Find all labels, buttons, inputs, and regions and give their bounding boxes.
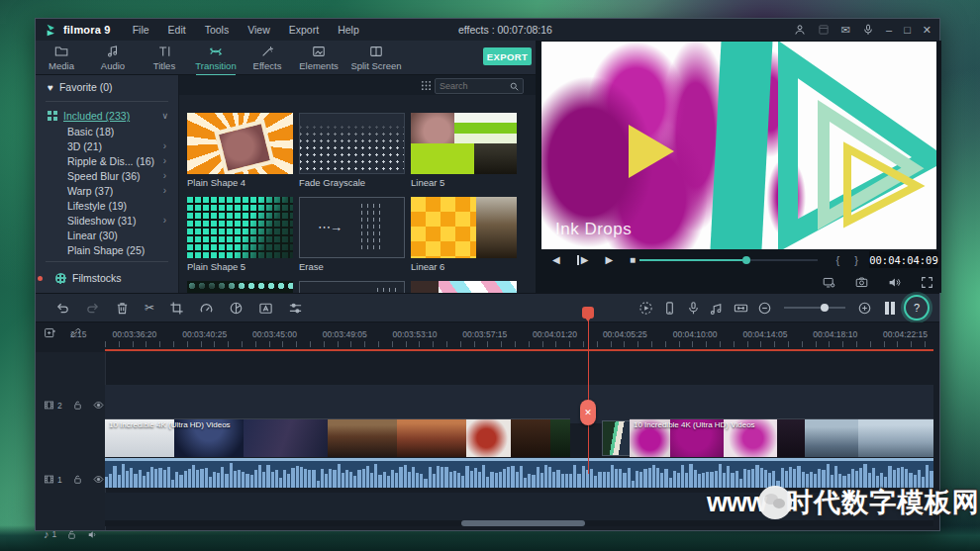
sidebar-item-warp[interactable]: Warp (37)› [36, 183, 178, 198]
transition-card-linear-6[interactable]: Linear 6 [411, 197, 517, 272]
mark-in-out-buttons[interactable]: { } [836, 254, 864, 266]
transition-card-partial-1[interactable] [187, 281, 293, 293]
time-ruler[interactable]: 2:15 00:03:36:20 00:03:40:25 00:03:45:00… [70, 329, 928, 339]
menu-tools[interactable]: Tools [205, 24, 230, 36]
tab-effects[interactable]: Effects [242, 45, 293, 71]
search-box[interactable] [435, 78, 524, 94]
tab-audio[interactable]: Audio [87, 45, 139, 71]
transition-card-fade-grayscale[interactable]: Fade Grayscale [299, 113, 405, 188]
maximize-button[interactable]: □ [904, 24, 911, 36]
seek-slider[interactable] [639, 259, 818, 261]
sidebar-item-lifestyle[interactable]: Lifestyle (19) [36, 198, 178, 213]
sidebar-item-filmstocks[interactable]: Filmstocks [36, 266, 178, 290]
delete-icon[interactable] [115, 301, 130, 316]
display-settings-icon[interactable] [823, 276, 835, 289]
tab-titles[interactable]: Titles [139, 45, 190, 71]
lock-icon[interactable] [66, 529, 77, 540]
lock-icon[interactable] [72, 474, 83, 485]
tab-transition[interactable]: Transition [190, 45, 242, 71]
timeline-horizontal-scrollbar[interactable] [105, 520, 933, 526]
split-scissors-icon[interactable]: ✂ [145, 301, 154, 315]
eye-icon[interactable] [93, 400, 104, 411]
phone-icon[interactable] [662, 301, 677, 316]
sidebar-item-favorite[interactable]: ♥ Favorite (0) [36, 75, 178, 97]
playhead[interactable]: ✕ [588, 316, 589, 474]
zoom-in-icon[interactable] [857, 301, 872, 316]
eye-icon[interactable] [93, 474, 104, 485]
sidebar-item-ripple[interactable]: Ripple & Dis... (16)› [36, 153, 178, 168]
sidebar-item-included[interactable]: Included (233) ∨ [36, 106, 178, 124]
export-button[interactable]: EXPORT [483, 47, 532, 65]
search-icon[interactable] [510, 82, 519, 91]
zoom-out-icon[interactable] [757, 301, 772, 316]
lock-icon[interactable] [72, 400, 83, 411]
sidebar-item-3d[interactable]: 3D (21)› [36, 138, 178, 153]
feedback-mail-icon[interactable]: ✉ [841, 24, 850, 36]
next-frame-button[interactable]: ▶ [577, 255, 589, 265]
sidebar-item-slideshow[interactable]: Slideshow (31)› [36, 213, 178, 228]
previous-frame-button[interactable]: ◀ [552, 255, 560, 265]
media-tab-bar: Media Audio Titles Transition Effects El… [36, 41, 536, 75]
audio-mixer-icon[interactable] [710, 301, 725, 316]
redo-icon[interactable] [85, 301, 100, 316]
video-clip-1[interactable]: 10 Incredible 4K (Ultra HD) Videos [105, 418, 570, 457]
transition-thumbnail [411, 281, 517, 293]
transition-card-plain-shape-4[interactable]: Plain Shape 4 [187, 113, 293, 188]
speaker-icon[interactable] [87, 529, 98, 540]
transition-card-partial-2[interactable]: ⋯→ [299, 281, 405, 293]
playhead-pin[interactable] [582, 307, 594, 319]
menu-export[interactable]: Export [289, 24, 319, 36]
tab-elements[interactable]: Elements [293, 45, 344, 71]
menu-file[interactable]: File [133, 24, 149, 36]
chevron-down-icon[interactable]: ∨ [161, 111, 168, 121]
transition-card-plain-shape-5[interactable]: Plain Shape 5 [187, 197, 293, 272]
chevron-right-icon: › [163, 140, 166, 151]
render-preview-icon[interactable] [638, 301, 653, 316]
tab-media[interactable]: Media [36, 45, 87, 71]
undo-icon[interactable] [55, 301, 70, 316]
sidebar-item-basic[interactable]: Basic (18) [36, 124, 178, 138]
add-marker-icon[interactable] [44, 326, 56, 339]
timeline-zoom-slider[interactable] [784, 307, 845, 309]
volume-icon[interactable] [888, 276, 901, 289]
motion-tracking-icon[interactable] [258, 301, 273, 316]
search-input[interactable] [436, 81, 510, 91]
sidebar-item-speed-blur[interactable]: Speed Blur (36)› [36, 168, 178, 183]
minimize-button[interactable]: – [886, 24, 892, 36]
menu-view[interactable]: View [247, 24, 270, 36]
clip-audio-waveform-strip[interactable] [105, 458, 933, 488]
account-icon[interactable] [794, 24, 806, 36]
menu-help[interactable]: Help [338, 24, 359, 36]
sidebar-item-plain-shape[interactable]: Plain Shape (25) [36, 242, 178, 257]
fullscreen-icon[interactable] [921, 276, 933, 289]
color-correction-icon[interactable] [229, 301, 244, 316]
zoom-slider-handle[interactable] [821, 304, 829, 312]
grid-view-icon[interactable] [421, 80, 432, 91]
voiceover-mic-icon[interactable] [862, 24, 874, 36]
playhead-cut-handle[interactable]: ✕ [580, 400, 596, 425]
transition-card-erase[interactable]: ⋯→ Erase [299, 197, 405, 272]
speed-icon[interactable] [199, 301, 214, 316]
play-button[interactable]: ▶ [605, 255, 613, 265]
sidebar-item-linear[interactable]: Linear (30) [36, 228, 178, 242]
record-voiceover-icon[interactable] [686, 301, 701, 316]
menu-bar: File Edit Tools View Export Help [133, 24, 378, 36]
fit-timeline-icon[interactable] [734, 301, 748, 316]
snapshot-camera-icon[interactable] [855, 276, 868, 289]
tab-split-screen[interactable]: Split Screen [344, 45, 408, 71]
chevron-right-icon: › [163, 215, 166, 226]
crop-icon[interactable] [169, 301, 184, 316]
track-view-toggle-icon[interactable] [885, 302, 895, 315]
transition-card-partial-3[interactable] [411, 281, 517, 293]
scrollbar-thumb[interactable] [461, 520, 585, 526]
adjust-icon[interactable] [288, 301, 303, 316]
video-clip-2[interactable]: 10 Incredible 4K (Ultra HD) Videos [630, 418, 933, 457]
close-button[interactable]: ✕ [923, 24, 931, 36]
help-button[interactable]: ? [904, 295, 930, 321]
transition-card-linear-5[interactable]: Linear 5 [411, 113, 517, 188]
menu-edit[interactable]: Edit [168, 24, 186, 36]
audio-track-1-lane[interactable] [105, 493, 933, 522]
store-icon[interactable] [818, 24, 830, 36]
seek-slider-handle[interactable] [742, 256, 750, 264]
stop-button[interactable]: ■ [630, 255, 636, 265]
